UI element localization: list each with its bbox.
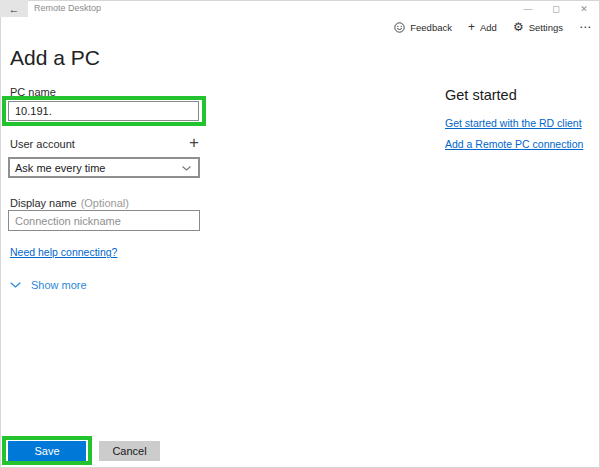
ellipsis-icon: ⋯	[579, 20, 592, 34]
add-button[interactable]: + Add	[468, 21, 497, 33]
back-arrow-icon: ←	[9, 3, 20, 15]
user-account-label: User account	[10, 138, 75, 150]
more-button[interactable]: ⋯	[579, 20, 592, 34]
add-remote-pc-connection-link[interactable]: Add a Remote PC connection	[445, 138, 583, 150]
window-title: Remote Desktop	[34, 0, 101, 17]
minimize-button[interactable]: —	[514, 0, 542, 17]
gear-icon: ⚙	[513, 21, 524, 33]
display-name-label-text: Display name	[10, 197, 77, 209]
add-user-account-button[interactable]: +	[189, 134, 199, 151]
maximize-button[interactable]: ◻	[542, 0, 570, 17]
page-title: Add a PC	[10, 46, 100, 70]
display-name-input[interactable]	[8, 210, 200, 231]
window-controls: — ◻ ✕	[514, 0, 598, 17]
user-account-selected-value: Ask me every time	[15, 162, 105, 174]
save-button[interactable]: Save	[8, 441, 86, 461]
feedback-label: Feedback	[410, 22, 452, 33]
title-bar: ← Remote Desktop — ◻ ✕	[0, 0, 600, 17]
user-account-dropdown[interactable]: Ask me every time	[8, 157, 200, 178]
chevron-down-icon	[182, 166, 191, 171]
smiley-icon	[394, 22, 405, 33]
back-button[interactable]: ←	[0, 0, 28, 17]
display-name-label: Display name(Optional)	[10, 197, 129, 209]
settings-label: Settings	[529, 22, 563, 33]
close-button[interactable]: ✕	[570, 0, 598, 17]
plus-icon: +	[468, 21, 475, 33]
remote-desktop-window: ← Remote Desktop — ◻ ✕ Feedback + Add	[0, 0, 600, 468]
need-help-link[interactable]: Need help connecting?	[10, 246, 117, 258]
add-label: Add	[480, 22, 497, 33]
settings-button[interactable]: ⚙ Settings	[513, 21, 563, 33]
pc-name-input[interactable]	[8, 101, 199, 121]
show-more-label: Show more	[31, 279, 87, 291]
show-more-toggle[interactable]: Show more	[10, 279, 87, 291]
optional-hint: (Optional)	[81, 197, 129, 209]
cancel-button[interactable]: Cancel	[99, 441, 160, 461]
feedback-button[interactable]: Feedback	[394, 22, 452, 33]
get-started-rd-client-link[interactable]: Get started with the RD client	[445, 117, 582, 129]
get-started-heading: Get started	[445, 87, 517, 103]
pc-name-label: PC name	[10, 86, 56, 98]
command-bar: Feedback + Add ⚙ Settings ⋯	[394, 17, 592, 37]
chevron-down-icon	[10, 282, 21, 288]
